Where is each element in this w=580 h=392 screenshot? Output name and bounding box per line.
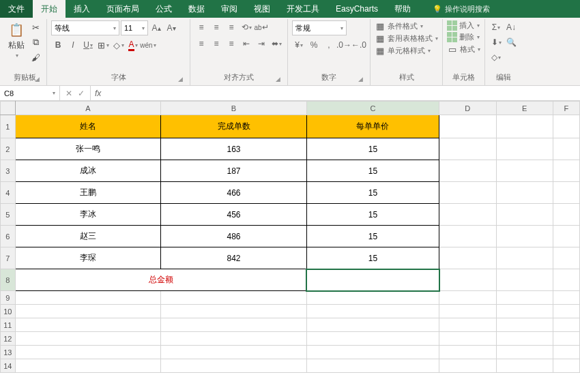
merge-button[interactable]: ⬌▾ (270, 37, 283, 50)
col-header-F[interactable]: F (553, 102, 579, 115)
tab-help[interactable]: 帮助 (386, 0, 419, 18)
cell-C3[interactable]: 15 (306, 160, 439, 182)
wrap-text-button[interactable]: ab↵ (255, 20, 268, 34)
decrease-decimal-button[interactable]: ←.0 (352, 38, 366, 52)
cell-D7[interactable] (439, 247, 496, 269)
row-header-3[interactable]: 3 (1, 160, 16, 182)
align-left-button[interactable]: ≡ (194, 37, 208, 50)
col-header-B[interactable]: B (161, 102, 307, 115)
cell-C8[interactable] (306, 269, 439, 291)
cell-E5[interactable] (496, 204, 553, 226)
font-size-select[interactable]: 11▾ (121, 20, 148, 35)
cell-E1[interactable] (496, 115, 553, 138)
cell-E2[interactable] (496, 138, 553, 160)
cell-E7[interactable] (496, 247, 553, 269)
cell-A3[interactable]: 成冰 (15, 160, 160, 182)
align-middle-button[interactable]: ≡ (209, 20, 223, 34)
tab-home[interactable]: 开始 (33, 0, 66, 18)
find-button[interactable]: 🔍 (504, 35, 518, 49)
tab-insert[interactable]: 插入 (66, 0, 98, 18)
cell-A4[interactable]: 王鹏 (15, 182, 160, 204)
cell-C6[interactable]: 15 (306, 226, 439, 247)
cell-E3[interactable] (496, 160, 553, 182)
tab-file[interactable]: 文件 (0, 0, 33, 18)
cell-C1[interactable]: 每单单价 (306, 115, 439, 138)
paste-button[interactable]: 📋 粘贴 ▾ (7, 20, 26, 60)
format-cells-button[interactable]: ▭格式▾ (447, 44, 480, 55)
cell-F1[interactable] (553, 115, 579, 138)
cell-A2[interactable]: 张一鸣 (15, 138, 160, 160)
tab-view[interactable]: 视图 (246, 0, 278, 18)
cell-A8B8-total-label[interactable]: 总金额 (15, 269, 306, 291)
bold-button[interactable]: B (51, 38, 65, 52)
cell-A6[interactable]: 赵三 (15, 226, 160, 247)
tab-data[interactable]: 数据 (180, 0, 213, 18)
cell-A7[interactable]: 李琛 (15, 247, 160, 269)
increase-indent-button[interactable]: ⇥ (255, 37, 268, 50)
tab-page-layout[interactable]: 页面布局 (98, 0, 147, 18)
row-header-13[interactable]: 13 (1, 346, 16, 359)
cell-F2[interactable] (553, 138, 579, 160)
row-header-14[interactable]: 14 (1, 359, 16, 373)
underline-button[interactable]: U▾ (81, 38, 95, 52)
cell-styles-button[interactable]: ▦单元格样式▾ (375, 45, 431, 56)
cell-E4[interactable] (496, 182, 553, 204)
row-header-12[interactable]: 12 (1, 332, 16, 346)
cell-D6[interactable] (439, 226, 496, 247)
autosum-button[interactable]: Σ▾ (489, 20, 503, 34)
confirm-formula-icon[interactable]: ✓ (78, 89, 85, 98)
cell-B7[interactable]: 842 (161, 247, 307, 269)
decrease-font-button[interactable]: A▾ (164, 21, 178, 35)
row-header-6[interactable]: 6 (1, 226, 16, 247)
sort-filter-button[interactable]: A↓ (504, 20, 518, 34)
copy-button[interactable]: ⧉ (29, 35, 42, 49)
cell-D2[interactable] (439, 138, 496, 160)
col-header-A[interactable]: A (15, 102, 160, 115)
fx-icon[interactable]: fx (91, 86, 105, 100)
formula-input[interactable] (105, 86, 580, 100)
row-header-7[interactable]: 7 (1, 247, 16, 269)
tab-formulas[interactable]: 公式 (147, 0, 180, 18)
border-button[interactable]: ⊞▾ (96, 38, 110, 52)
percent-button[interactable]: % (307, 38, 321, 52)
align-launcher-icon[interactable]: ◢ (276, 76, 280, 82)
select-all-corner[interactable] (1, 102, 16, 115)
font-launcher-icon[interactable]: ◢ (178, 76, 183, 82)
increase-decimal-button[interactable]: .0→ (337, 38, 351, 52)
comma-button[interactable]: , (322, 38, 336, 52)
cell-C7[interactable]: 15 (306, 247, 439, 269)
worksheet[interactable]: A B C D E F 1 姓名 完成单数 每单单价 2张一鸣16315 3成冰… (0, 101, 580, 392)
cell-C2[interactable]: 15 (306, 138, 439, 160)
row-header-8[interactable]: 8 (1, 269, 16, 291)
decrease-indent-button[interactable]: ⇤ (240, 37, 253, 50)
font-color-button[interactable]: A▾ (126, 38, 140, 52)
cell-F8[interactable] (553, 269, 579, 291)
cell-A5[interactable]: 李冰 (15, 204, 160, 226)
tab-developer[interactable]: 开发工具 (278, 0, 328, 18)
tab-review[interactable]: 审阅 (213, 0, 246, 18)
cell-A1[interactable]: 姓名 (15, 115, 160, 138)
cell-D8[interactable] (439, 269, 496, 291)
tab-easycharts[interactable]: EasyCharts (328, 0, 386, 18)
cell-D1[interactable] (439, 115, 496, 138)
clear-button[interactable]: ◇▾ (489, 50, 503, 64)
cell-F6[interactable] (553, 226, 579, 247)
cell-B5[interactable]: 456 (161, 204, 307, 226)
increase-font-button[interactable]: A▴ (149, 21, 163, 35)
orientation-button[interactable]: ⟲▾ (240, 20, 253, 34)
cell-F7[interactable] (553, 247, 579, 269)
cell-E8[interactable] (496, 269, 553, 291)
cell-D5[interactable] (439, 204, 496, 226)
row-header-2[interactable]: 2 (1, 138, 16, 160)
insert-cells-button[interactable]: 插入▾ (447, 20, 480, 31)
tell-me[interactable]: 💡操作说明搜索 (424, 0, 498, 18)
cut-button[interactable]: ✂ (29, 20, 42, 34)
col-header-C[interactable]: C (306, 102, 439, 115)
cell-C5[interactable]: 15 (306, 204, 439, 226)
cell-F3[interactable] (553, 160, 579, 182)
conditional-format-button[interactable]: ▦条件格式▾ (375, 20, 423, 31)
align-right-button[interactable]: ≡ (224, 37, 238, 50)
number-format-select[interactable]: 常规▾ (292, 20, 347, 35)
cell-C4[interactable]: 15 (306, 182, 439, 204)
col-header-D[interactable]: D (439, 102, 496, 115)
